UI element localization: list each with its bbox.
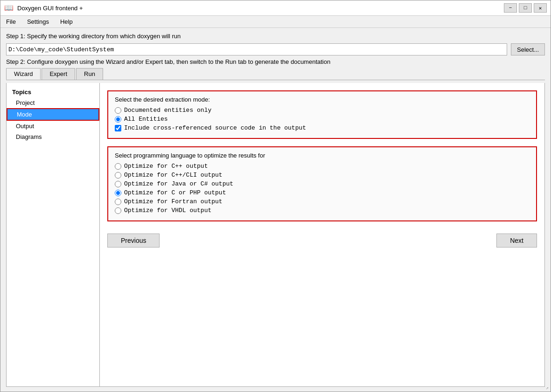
extraction-section-title: Select the desired extraction mode: [115,96,530,103]
app-icon: 📖 [4,3,14,13]
radio-all-entities-label: All Entities [124,116,168,123]
cross-ref-label: Include cross-referenced source code in … [124,124,306,131]
sidebar-item-project[interactable]: Project [7,97,99,108]
minimize-button[interactable]: − [504,3,517,13]
radio-cpp-cli-input[interactable] [115,172,121,179]
radio-cpp-cli: Optimize for C++/CLI output [115,172,530,179]
radio-c-php-input[interactable] [115,190,121,196]
tab-wizard[interactable]: Wizard [6,68,41,80]
sidebar-item-diagrams[interactable]: Diagrams [7,131,99,142]
previous-button[interactable]: Previous [107,234,160,248]
select-button[interactable]: Select... [511,43,545,55]
right-panel: Select the desired extraction mode: Docu… [100,83,544,386]
radio-doc-only: Documented entities only [115,107,530,114]
main-panel: Topics Project Mode Output Diagrams Sele… [6,83,545,387]
radio-cpp-input[interactable] [115,163,121,170]
menu-bar: File Settings Help [0,16,551,28]
language-section-title: Select programming language to optimize … [115,152,530,159]
radio-c-php-label: Optimize for C or PHP output [124,189,226,196]
tabs-row: Wizard Expert Run [6,68,545,80]
sidebar-item-mode[interactable]: Mode [7,108,99,121]
menu-help[interactable]: Help [58,17,75,26]
content-area: Step 1: Specify the working directory fr… [0,28,551,392]
radio-vhdl-label: Optimize for VHDL output [124,207,211,214]
sidebar-item-output[interactable]: Output [7,121,99,131]
radio-cpp: Optimize for C++ output [115,163,530,170]
tab-run[interactable]: Run [76,68,103,80]
resize-handle[interactable]: ↗ [546,385,549,391]
radio-fortran: Optimize for Fortran output [115,198,530,205]
radio-vhdl-input[interactable] [115,207,121,214]
menu-settings[interactable]: Settings [25,17,51,26]
menu-file[interactable]: File [4,17,18,26]
window-title: Doxygen GUI frontend + [17,5,500,12]
step2-label: Step 2: Configure doxygen using the Wiza… [6,58,545,65]
extraction-mode-section: Select the desired extraction mode: Docu… [107,90,537,139]
bottom-nav: Previous Next [107,229,537,249]
language-section: Select programming language to optimize … [107,146,537,221]
sidebar-title: Topics [7,87,99,97]
next-button[interactable]: Next [496,234,537,248]
close-button[interactable]: ✕ [534,3,547,13]
sidebar: Topics Project Mode Output Diagrams [7,83,100,386]
window-controls: − □ ✕ [504,3,547,13]
step1-label: Step 1: Specify the working directory fr… [6,33,545,40]
maximize-button[interactable]: □ [519,3,532,13]
radio-cpp-label: Optimize for C++ output [124,163,208,170]
radio-doc-only-label: Documented entities only [124,107,211,114]
working-dir-input[interactable] [6,43,507,55]
radio-java-cs: Optimize for Java or C# output [115,180,530,187]
radio-doc-only-input[interactable] [115,107,121,114]
radio-fortran-label: Optimize for Fortran output [124,198,223,205]
radio-vhdl: Optimize for VHDL output [115,207,530,214]
radio-java-cs-label: Optimize for Java or C# output [124,180,233,187]
radio-all-entities: All Entities [115,116,530,123]
radio-fortran-input[interactable] [115,199,121,205]
radio-cpp-cli-label: Optimize for C++/CLI output [124,172,223,179]
radio-all-entities-input[interactable] [115,116,121,123]
radio-c-php: Optimize for C or PHP output [115,189,530,196]
cross-ref-row: Include cross-referenced source code in … [115,124,530,131]
cross-ref-checkbox[interactable] [115,125,121,131]
radio-java-cs-input[interactable] [115,181,121,187]
title-bar: 📖 Doxygen GUI frontend + − □ ✕ [0,0,551,16]
tab-expert[interactable]: Expert [42,68,75,80]
working-dir-row: Select... [6,43,545,55]
